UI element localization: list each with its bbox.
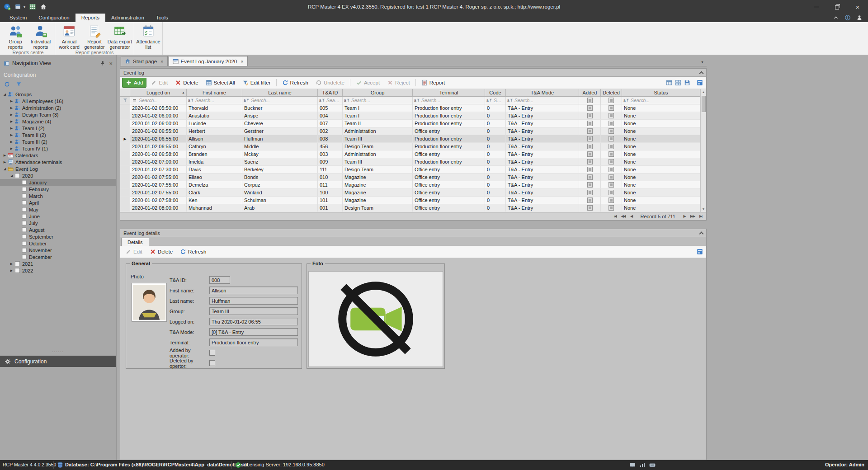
panel-splitter[interactable]: ...... (0, 349, 116, 354)
menu-system[interactable]: System (4, 14, 33, 22)
horizontal-splitter[interactable] (120, 221, 707, 229)
collapse-details-icon[interactable] (699, 231, 704, 236)
refresh-tree-icon[interactable] (4, 81, 10, 87)
collapse-event-log-icon[interactable] (699, 71, 704, 75)
expander-icon[interactable]: ▶ (9, 120, 14, 123)
tree-item-august[interactable]: August (0, 226, 116, 233)
accept-button[interactable]: Accept (353, 78, 383, 87)
filter-tree-icon[interactable] (16, 81, 22, 87)
ribbon-individual-reports-button[interactable]: Individual reports (28, 23, 53, 50)
grid-shortcut-icon[interactable] (29, 3, 36, 10)
column-header-code[interactable]: Code (485, 89, 506, 96)
expander-icon[interactable]: ◢ (2, 167, 8, 171)
tree-item-team-ii-2[interactable]: ▶Team II (2) (0, 132, 116, 138)
field-t-a-mode[interactable]: [0] T&A - Entry (209, 328, 298, 336)
menu-configuration[interactable]: Configuration (33, 14, 75, 22)
tree-item-october[interactable]: October (0, 240, 116, 247)
expander-icon[interactable]: ◢ (2, 93, 8, 96)
card-view-icon[interactable] (675, 80, 681, 86)
tab-list-icon[interactable]: ▼ (701, 61, 704, 64)
field-first-name[interactable]: Allison (209, 287, 298, 294)
ribbon-data-export-generator-button[interactable]: Data export generator (107, 23, 132, 50)
grid-row[interactable]: 2020-01-02 08:00:00MuhannadArab001Design… (120, 204, 700, 212)
grid-row[interactable]: 2020-01-02 07:58:00KenSchulman101Magazin… (120, 197, 700, 204)
tree-item-attendance-terminals[interactable]: ▶Attendance terminals (0, 159, 116, 165)
home-icon[interactable] (40, 3, 47, 10)
field-t-a-id[interactable]: 008 (209, 276, 230, 284)
minimize-button[interactable] (806, 0, 826, 14)
tree-item-groups[interactable]: ◢Groups (0, 91, 116, 98)
close-panel-icon[interactable]: × (109, 61, 113, 66)
last-record-button[interactable]: ▶| (697, 214, 704, 218)
close-tab-icon[interactable]: × (160, 59, 163, 64)
filter-t-a-id[interactable]: aSearch... (318, 97, 343, 104)
grid-row[interactable]: 2020-01-02 05:50:00ThorvaldBuckner005Tea… (120, 104, 700, 112)
tab-event-log-january-2020[interactable]: Event Log January 2020× (169, 56, 248, 66)
tree-item-all-employees-16[interactable]: ▶All employees (16) (0, 98, 116, 104)
column-header-terminal[interactable]: Terminal (413, 89, 485, 96)
next-record-button[interactable]: ▶ (681, 214, 688, 218)
expander-icon[interactable]: ▶ (9, 106, 14, 110)
filter-checkbox[interactable] (587, 98, 593, 103)
operator-icon[interactable] (856, 14, 863, 21)
scroll-down-icon[interactable]: ▼ (701, 206, 706, 212)
column-header-first-name[interactable]: First name (187, 89, 242, 96)
restore-button[interactable] (826, 0, 847, 14)
tree-item-team-i-2[interactable]: ▶Team I (2) (0, 125, 116, 132)
undelete-button[interactable]: Undelete (312, 78, 348, 87)
monitor-icon[interactable] (629, 462, 636, 468)
tree-item-magazine-4[interactable]: ▶Magazine (4) (0, 118, 116, 125)
tree-item-june[interactable]: June (0, 213, 116, 220)
tree-item-january[interactable]: January (0, 179, 116, 186)
grid-row[interactable]: 2020-01-02 07:55:00DemelzaCorpuz011Magaz… (120, 181, 700, 189)
grid-row[interactable]: 2020-01-02 06:00:00AnastatioArispe004Tea… (120, 112, 700, 120)
expander-icon[interactable]: ▶ (9, 269, 14, 273)
menu-reports[interactable]: Reports (75, 14, 105, 22)
column-header-group[interactable]: Group (343, 89, 413, 96)
filter-checkbox[interactable] (609, 98, 614, 103)
expander-icon[interactable]: ▶ (9, 147, 14, 150)
field-terminal[interactable]: Production floor entry (209, 338, 298, 346)
filter-logged-on[interactable]: Search... (130, 97, 187, 104)
pin-panel-icon[interactable] (697, 249, 703, 255)
expander-icon[interactable]: ▶ (9, 99, 14, 103)
close-button[interactable]: × (847, 0, 868, 14)
field-logged-on[interactable]: Thu 2020-01-02 06:55 (209, 318, 298, 325)
filter-deleted[interactable] (601, 97, 622, 104)
checkbox-added-by-operator[interactable] (209, 350, 215, 356)
first-record-button[interactable]: |◀ (612, 214, 619, 218)
field-last-name[interactable]: Huffman (209, 297, 298, 305)
delete-button[interactable]: Delete (146, 247, 176, 256)
expander-icon[interactable]: ▶ (9, 140, 14, 144)
save-layout-icon[interactable] (684, 80, 690, 86)
expander-icon[interactable]: ▶ (2, 154, 8, 157)
prev-record-button[interactable]: ◀ (628, 214, 635, 218)
grid-row[interactable]: 2020-01-02 06:55:00CathrynMiddle456Desig… (120, 143, 700, 150)
quick-access-dropdown-icon[interactable]: ▾ (24, 5, 25, 9)
column-header-deleted[interactable]: Deleted (601, 89, 622, 96)
ribbon-report-generator-button[interactable]: Report generator (82, 23, 107, 50)
checkbox-deleted-by-opertor[interactable] (209, 360, 215, 366)
tree-item-september[interactable]: September (0, 233, 116, 240)
column-header-last-name[interactable]: Last name (242, 89, 318, 96)
tree-item-november[interactable]: November (0, 247, 116, 254)
filter-last-name[interactable]: aSearch... (242, 97, 318, 104)
next-page-button[interactable]: ▶▶ (689, 214, 696, 218)
signal-icon[interactable] (639, 462, 646, 468)
expander-icon[interactable]: ▶ (9, 262, 14, 266)
tree-item-april[interactable]: April (0, 199, 116, 206)
grid-row[interactable]: 2020-01-02 07:55:00ClarkWinland100Magazi… (120, 189, 700, 197)
refresh-button[interactable]: Refresh (279, 78, 311, 87)
edit-filter-button[interactable]: Edit filter (239, 78, 274, 87)
pin-panel-icon[interactable] (697, 80, 703, 86)
tree-item-design-team-3[interactable]: ▶Design Team (3) (0, 111, 116, 118)
vertical-scrollbar[interactable]: ▲ ▼ (700, 89, 706, 212)
tab-details[interactable]: Details (121, 238, 149, 246)
tree-item-2020[interactable]: ◢2020 (0, 172, 116, 179)
tree-item-july[interactable]: July (0, 220, 116, 226)
configuration-footer-button[interactable]: Configuration (0, 356, 116, 367)
tree-item-team-iii-2[interactable]: ▶Team III (2) (0, 138, 116, 145)
menu-administration[interactable]: Administration (105, 14, 150, 22)
menu-tools[interactable]: Tools (150, 14, 174, 22)
grid-row[interactable]: 2020-01-02 07:30:00DavisBerkeley111Desig… (120, 166, 700, 174)
